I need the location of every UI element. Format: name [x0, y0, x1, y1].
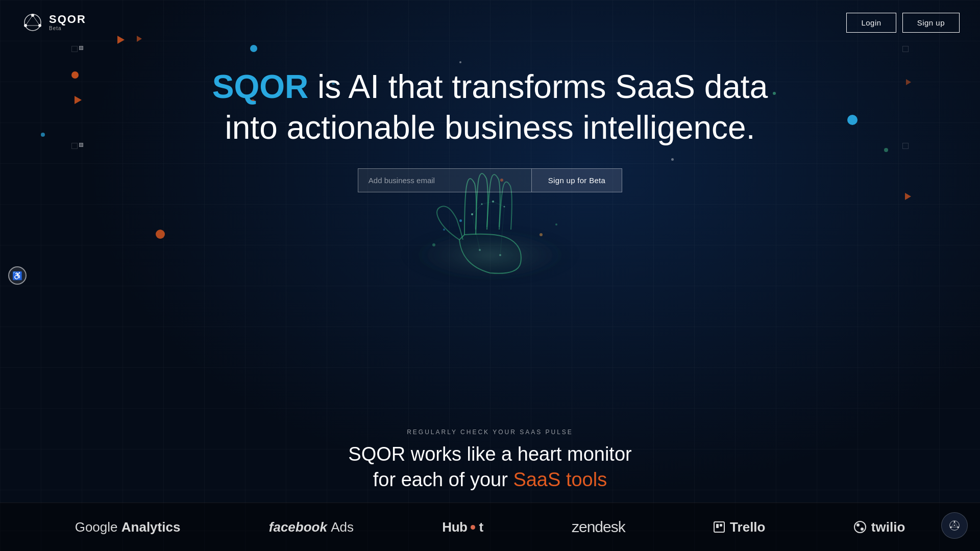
accessibility-icon: ♿: [12, 271, 22, 281]
analytics-text: Analytics: [121, 519, 181, 535]
hubspot-label: Hub: [442, 519, 467, 535]
accessibility-button[interactable]: ♿: [8, 266, 27, 285]
sqor-fab-button[interactable]: [941, 512, 968, 539]
hero-title: SQOR is AI that transforms SaaS data int…: [209, 66, 771, 148]
hero-section: SQOR is AI that transforms SaaS data int…: [0, 51, 980, 192]
trello-icon: [714, 521, 725, 533]
brand-twilio: twilio: [854, 519, 905, 535]
brand-google-analytics: Google Analytics: [75, 519, 181, 535]
signup-button[interactable]: Sign up: [902, 13, 960, 33]
login-button[interactable]: Login: [846, 13, 896, 33]
brand-trello: Trello: [714, 519, 765, 535]
twilio-label: twilio: [871, 519, 905, 535]
brand-hubspot: Hubt: [442, 519, 483, 535]
twilio-icon: [854, 521, 866, 533]
saas-headline-sub: for each of your: [373, 469, 513, 490]
trello-label: Trello: [730, 519, 765, 535]
facebook-text: facebook: [269, 519, 327, 535]
logo-area: SQOR Beta: [20, 10, 86, 35]
bottom-section: REGULARLY CHECK YOUR SAAS PULSE SQOR wor…: [0, 429, 980, 551]
svg-point-22: [443, 229, 445, 231]
logo-name: SQOR: [49, 14, 86, 25]
hubspot-spot: t: [479, 519, 483, 535]
header: SQOR Beta Login Sign up: [0, 0, 980, 45]
sqor-fab-icon: [947, 518, 962, 533]
hero-brand-name: SQOR: [212, 68, 308, 105]
facebook-ads-label: facebook Ads: [269, 519, 354, 535]
google-analytics-label: Google Analytics: [75, 519, 181, 535]
saas-pulse: REGULARLY CHECK YOUR SAAS PULSE SQOR wor…: [0, 429, 980, 503]
logo-beta: Beta: [49, 26, 86, 31]
svg-point-20: [555, 223, 557, 226]
email-form: Sign up for Beta: [358, 168, 622, 192]
saas-headline-main: SQOR works like a heart monitor: [348, 443, 631, 465]
email-input[interactable]: [358, 168, 531, 192]
zendesk-label: zendesk: [572, 518, 625, 536]
svg-point-19: [540, 233, 543, 236]
brand-facebook-ads: facebook Ads: [269, 519, 354, 535]
svg-line-16: [493, 202, 504, 207]
google-text: Google: [75, 519, 118, 535]
saas-headline-highlight: SaaS tools: [513, 469, 607, 490]
hubspot-dot: [471, 525, 475, 530]
svg-point-21: [432, 243, 435, 246]
brand-zendesk: zendesk: [572, 518, 625, 536]
signup-beta-button[interactable]: Sign up for Beta: [531, 168, 622, 192]
logo-icon: [20, 10, 45, 35]
brands-bar: Google Analytics facebook Ads Hubt zende…: [0, 503, 980, 551]
ads-text: Ads: [331, 519, 354, 535]
saas-headline: SQOR works like a heart monitor for each…: [0, 442, 980, 492]
logo-text: SQOR Beta: [49, 14, 86, 31]
nav-buttons: Login Sign up: [846, 13, 960, 33]
saas-label: REGULARLY CHECK YOUR SAAS PULSE: [0, 429, 980, 436]
